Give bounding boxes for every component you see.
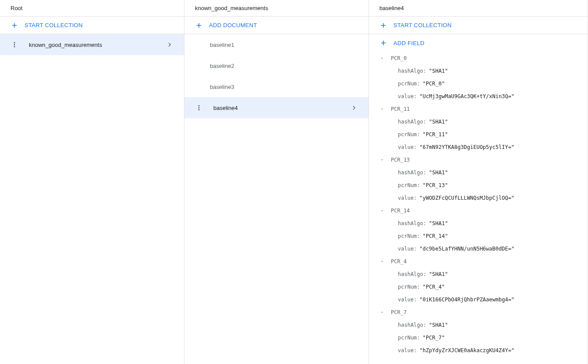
chevron-right-icon [166, 41, 174, 49]
field-kv[interactable]: value:"dc9be5LafYHNN/unN5H6waB0dDE=" [369, 242, 588, 255]
field-value: "67mN92YTKA8g3DgiEUOp5yc5lIY=" [419, 144, 514, 150]
field-group-name: PCR_14 [391, 208, 410, 214]
plus-icon [11, 21, 18, 29]
field-key: pcrNum: [398, 284, 420, 290]
field-kv[interactable]: value:"UcMj3gwMaU9GAc3QK+tY/xNin3Q=" [369, 90, 588, 102]
plus-icon [195, 21, 203, 29]
document-label: baseline4 [213, 105, 350, 111]
panel-title-collection: known_good_measurements [184, 0, 368, 17]
field-kv[interactable]: pcrNum:"PCR_0" [369, 77, 588, 90]
document-row[interactable]: baseline3 [184, 76, 368, 97]
add-field-button[interactable]: ADD FIELD [369, 34, 588, 52]
field-kv[interactable]: value:"yWODZFcQCUfLLLWNQsMJbpCjlOQ=" [369, 191, 588, 204]
panel-title-document: baseline4 [369, 0, 588, 17]
field-kv[interactable]: hashAlgo:"SHA1" [369, 268, 588, 280]
field-group-header[interactable]: PCR_14 [369, 204, 588, 217]
add-document-label: ADD DOCUMENT [209, 22, 257, 28]
field-key: pcrNum: [398, 81, 420, 87]
collection-row[interactable]: known_good_measurements [0, 34, 184, 55]
field-kv[interactable]: pcrNum:"PCR_4" [369, 280, 588, 293]
field-value: "dc9be5LafYHNN/unN5H6waB0dDE=" [419, 246, 514, 252]
field-kv[interactable]: pcrNum:"PCR_13" [369, 179, 588, 191]
field-value: "PCR_14" [423, 233, 448, 239]
field-group-header[interactable]: PCR_4 [369, 255, 588, 268]
field-group-header[interactable]: PCR_11 [369, 102, 588, 115]
start-collection-label: START COLLECTION [25, 22, 83, 28]
document-row[interactable]: baseline4 [184, 97, 368, 118]
field-key: hashAlgo: [398, 322, 426, 328]
field-key: value: [398, 93, 417, 99]
fields-list: PCR_0hashAlgo:"SHA1"pcrNum:"PCR_0"value:… [369, 52, 588, 364]
collections-list: known_good_measurements [0, 34, 184, 364]
document-label: baseline2 [210, 63, 358, 69]
documents-panel: known_good_measurements ADD DOCUMENT bas… [184, 0, 369, 364]
field-group-name: PCR_13 [391, 157, 410, 163]
triangle-down-icon [379, 259, 387, 264]
field-key: value: [398, 347, 417, 353]
field-kv[interactable]: value:"hZpYdyZrXJCWE0aAkaczgKU4Z4Y=" [369, 344, 588, 357]
add-document-button[interactable]: ADD DOCUMENT [184, 17, 368, 34]
field-group-header[interactable]: PCR_7 [369, 306, 588, 318]
field-key: hashAlgo: [398, 68, 426, 74]
field-kv[interactable]: hashAlgo:"SHA1" [369, 166, 588, 179]
field-group-header[interactable]: PCR_13 [369, 153, 588, 166]
field-kv[interactable]: hashAlgo:"SHA1" [369, 115, 588, 128]
field-key: hashAlgo: [398, 170, 426, 176]
field-kv[interactable]: hashAlgo:"SHA1" [369, 217, 588, 230]
field-key: pcrNum: [398, 182, 420, 188]
document-label: baseline1 [210, 42, 358, 48]
field-value: "hZpYdyZrXJCWE0aAkaczgKU4Z4Y=" [419, 347, 514, 353]
document-row[interactable]: baseline2 [184, 55, 368, 76]
field-kv[interactable]: pcrNum:"PCR_14" [369, 230, 588, 242]
start-subcollection-button[interactable]: START COLLECTION [369, 17, 588, 34]
add-field-label: ADD FIELD [393, 40, 425, 46]
plus-icon [379, 21, 387, 29]
field-value: "SHA1" [429, 119, 448, 125]
plus-icon [379, 39, 387, 47]
more-icon[interactable] [195, 104, 203, 112]
field-value: "PCR_4" [423, 284, 445, 290]
panel-title-text: known_good_measurements [195, 5, 268, 11]
field-value: "PCR_0" [423, 81, 445, 87]
field-kv[interactable]: value:"0iK166CPbO4RjQhbrPZAaewmbg4=" [369, 293, 588, 306]
field-value: "SHA1" [429, 68, 448, 74]
field-key: value: [398, 144, 417, 150]
collection-label: known_good_measurements [29, 42, 166, 48]
field-kv[interactable]: pcrNum:"PCR_7" [369, 331, 588, 344]
more-icon[interactable] [11, 41, 18, 49]
field-value: "PCR_13" [423, 182, 448, 188]
triangle-down-icon [379, 56, 387, 61]
field-value: "UcMj3gwMaU9GAc3QK+tY/xNin3Q=" [419, 93, 514, 99]
start-subcollection-label: START COLLECTION [393, 22, 452, 28]
collections-panel: Root START COLLECTION known_good_measure… [0, 0, 184, 364]
document-detail-panel: baseline4 START COLLECTION ADD FIELD PCR… [369, 0, 588, 364]
field-kv[interactable]: value:"67mN92YTKA8g3DgiEUOp5yc5lIY=" [369, 141, 588, 153]
field-value: "0iK166CPbO4RjQhbrPZAaewmbg4=" [419, 297, 514, 303]
field-kv[interactable]: hashAlgo:"SHA1" [369, 318, 588, 331]
panel-title-text: Root [11, 5, 22, 11]
document-row[interactable]: baseline1 [184, 34, 368, 55]
field-kv[interactable]: pcrNum:"PCR_11" [369, 128, 588, 141]
triangle-down-icon [379, 157, 387, 163]
triangle-down-icon [379, 106, 387, 112]
field-kv[interactable]: hashAlgo:"SHA1" [369, 64, 588, 77]
field-group-name: PCR_4 [391, 258, 407, 265]
start-collection-button[interactable]: START COLLECTION [0, 17, 184, 34]
documents-list: baseline1baseline2baseline3baseline4 [184, 34, 368, 364]
field-value: "PCR_11" [423, 131, 448, 138]
field-group-name: PCR_7 [391, 309, 407, 315]
triangle-down-icon [379, 310, 387, 315]
field-value: "SHA1" [429, 322, 448, 328]
field-key: hashAlgo: [398, 220, 426, 226]
field-key: pcrNum: [398, 335, 420, 341]
field-key: value: [398, 297, 417, 303]
field-group-header[interactable]: PCR_0 [369, 52, 588, 64]
field-key: pcrNum: [398, 233, 420, 239]
field-value: "SHA1" [429, 271, 448, 277]
field-value: "yWODZFcQCUfLLLWNQsMJbpCjlOQ=" [419, 195, 514, 201]
field-value: "SHA1" [429, 220, 448, 226]
field-key: value: [398, 195, 417, 201]
field-value: "PCR_7" [423, 335, 445, 341]
triangle-down-icon [379, 208, 387, 213]
chevron-right-icon [350, 104, 358, 112]
